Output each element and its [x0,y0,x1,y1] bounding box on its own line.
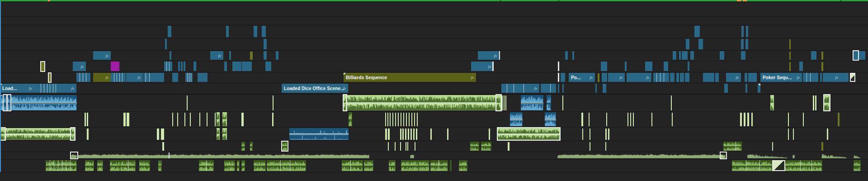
video-clip[interactable]: fx [93,51,111,60]
clip-cut-line[interactable] [660,73,660,82]
audio-sliver[interactable] [241,113,244,126]
clip-cut-line[interactable] [53,84,53,93]
video-clip[interactable]: fx [478,51,499,60]
clip-load[interactable]: Load...fxfx [0,84,76,93]
clip-cut-line[interactable] [66,160,66,171]
video-clip[interactable] [676,73,679,82]
video-clip[interactable]: fx [210,51,223,60]
video-clip[interactable] [682,51,688,60]
clip-cut-line[interactable] [62,160,62,171]
audio-sliver[interactable] [590,142,590,151]
video-clip[interactable] [686,39,689,49]
audio-clip-green[interactable] [222,112,227,126]
audio-sliver[interactable] [405,129,406,140]
audio-sliver[interactable] [273,95,274,110]
video-clip[interactable] [724,84,728,93]
video-clip[interactable] [229,51,231,60]
audio-clip-dark-green[interactable] [241,160,245,171]
track-v3[interactable]: fxfx [0,61,868,72]
video-clip[interactable] [265,62,271,71]
video-clip[interactable] [799,62,803,71]
audio-clip-dark-green[interactable] [224,160,235,171]
video-clip[interactable] [193,62,196,71]
audio-clip-dark-green[interactable] [254,160,266,171]
olive-sliver[interactable] [838,113,840,126]
audio-clip-dark-green[interactable] [854,160,861,171]
olive-sliver[interactable] [821,52,823,60]
video-clip[interactable] [745,84,747,93]
volume-line[interactable] [498,134,560,135]
audio-waveform-clip[interactable] [747,152,788,158]
video-clip[interactable] [698,39,703,49]
clip-cut-line[interactable] [41,84,41,93]
audio-clip-dark-green[interactable] [250,142,253,151]
track-v6[interactable] [0,25,868,38]
audio-sliver[interactable] [788,113,789,126]
video-clip[interactable]: fx [627,73,651,82]
audio-clip-green[interactable] [344,95,346,110]
audio-sliver[interactable] [398,113,399,126]
video-clip[interactable] [181,62,183,71]
video-clip[interactable] [224,62,227,71]
video-clip[interactable] [746,26,748,37]
video-clip[interactable] [602,73,607,82]
olive-sliver[interactable] [598,73,599,82]
video-clip[interactable] [811,51,816,60]
clip-cut-line[interactable] [83,73,83,82]
volume-line[interactable] [289,134,349,135]
video-clip[interactable] [232,62,241,71]
audio-sliver[interactable] [651,113,652,126]
video-clip[interactable] [264,51,267,60]
track-v2[interactable]: fxfxBilliards SequencefxPo...fxfxfxfxPok… [0,72,868,83]
ruler-marker-icon[interactable] [737,0,741,1]
video-clip[interactable] [170,51,171,60]
audio-clip-green[interactable] [222,128,227,140]
video-clip[interactable] [679,51,681,60]
audio-clip-blue[interactable] [547,95,551,110]
selected-sliver[interactable] [499,51,500,60]
audio-sliver[interactable] [392,113,393,126]
video-clip[interactable] [680,73,684,82]
clip-cut-line[interactable] [811,160,812,171]
selected-sliver[interactable] [169,152,170,158]
audio-waveform-clip[interactable] [721,152,726,158]
audio-sliver[interactable] [504,95,505,110]
audio-sliver[interactable] [87,129,89,140]
clip-cut-line[interactable] [800,160,801,171]
video-clip[interactable]: fx [73,62,86,71]
video-clip[interactable] [694,26,700,37]
clip-cut-line[interactable] [439,160,439,171]
audio-sliver[interactable] [788,129,789,140]
video-clip[interactable] [226,26,229,37]
clip-cut-line[interactable] [807,73,807,82]
audio-clip-dark-green[interactable] [389,160,396,171]
video-clip[interactable] [745,73,747,82]
audio-clip-green[interactable] [498,128,560,140]
audio-clip-green[interactable] [217,112,220,126]
video-clip[interactable] [561,73,565,82]
audio-clip-dark-green[interactable] [349,112,352,126]
video-clip[interactable] [741,26,744,37]
track-v4[interactable]: fxfxfx [0,50,868,61]
clip-cut-line[interactable] [736,142,736,151]
audio-sliver[interactable] [402,129,404,140]
audio-sliver[interactable] [430,129,432,140]
audio-waveform-clip[interactable] [854,152,861,158]
video-clip[interactable] [664,62,668,71]
olive-sliver[interactable] [789,39,791,49]
video-clip[interactable] [562,84,564,93]
audio-sliver[interactable] [385,129,387,140]
volume-line[interactable] [510,120,523,120]
audio-sliver[interactable] [161,129,164,140]
audio-clip-dark-green[interactable] [139,160,150,171]
audio-clip-dark-green[interactable] [158,160,162,171]
audio-sliver[interactable] [589,113,590,126]
video-clip[interactable] [76,73,90,82]
audio-sliver[interactable] [605,129,607,140]
video-clip[interactable] [715,73,719,82]
audio-sliver[interactable] [413,129,415,140]
render-bar[interactable] [0,0,868,1]
audio-sliver[interactable] [406,142,406,151]
audio-sliver[interactable] [590,129,590,140]
audio-clip-green[interactable] [217,128,220,140]
